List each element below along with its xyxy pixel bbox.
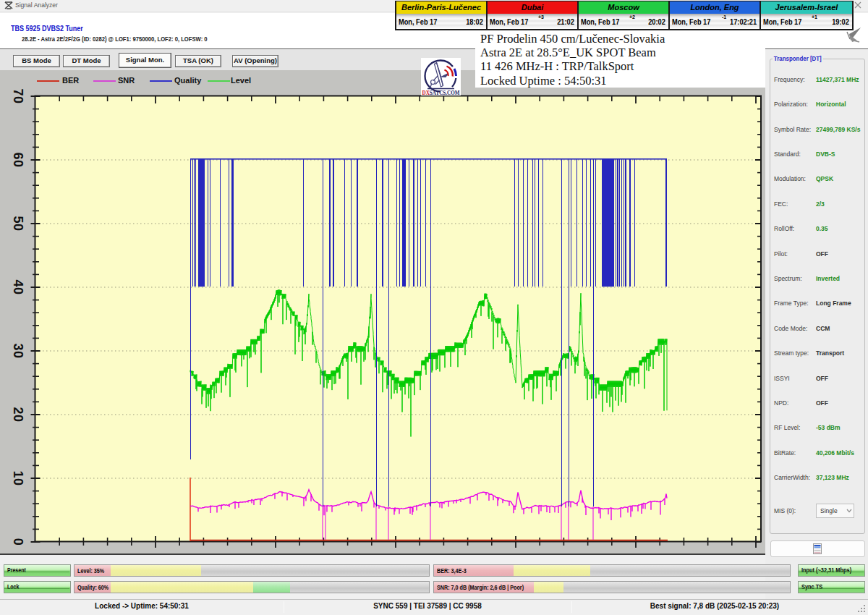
svg-text:20: 20: [11, 407, 25, 422]
svg-text:60: 60: [11, 152, 25, 167]
svg-text:30: 30: [11, 343, 25, 358]
svg-text:DXSATCS.COM: DXSATCS.COM: [422, 89, 460, 96]
svg-text:50: 50: [11, 216, 25, 231]
svg-text:70: 70: [11, 88, 25, 103]
svg-text:0: 0: [11, 538, 25, 546]
svg-text:40: 40: [11, 279, 25, 294]
svg-text:10: 10: [11, 470, 25, 485]
